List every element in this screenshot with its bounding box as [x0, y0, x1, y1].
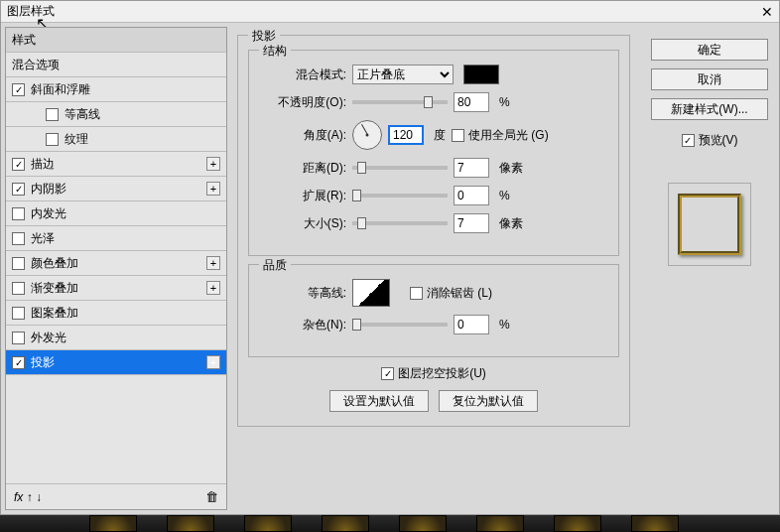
close-icon[interactable]: ✕ — [761, 4, 773, 20]
checkbox-icon[interactable] — [12, 183, 25, 196]
layer-style-dialog: 图层样式 ✕ ↖ 样式 混合选项 斜面和浮雕 等高线 纹理 — [0, 0, 780, 515]
checkbox-icon[interactable] — [12, 207, 25, 220]
taskbar-item[interactable] — [322, 515, 369, 532]
blend-mode-select[interactable]: 正片叠底 — [352, 65, 454, 84]
dialog-title: 图层样式 — [7, 3, 55, 20]
taskbar-item[interactable] — [476, 515, 524, 532]
list-item[interactable]: 外发光 — [6, 326, 226, 350]
checkbox-icon[interactable] — [12, 158, 25, 171]
size-row: 大小(S): 像素 — [261, 213, 606, 233]
list-item[interactable]: 描边 + — [6, 152, 226, 177]
list-item-label: 光泽 — [31, 230, 55, 247]
opacity-input[interactable] — [454, 92, 489, 112]
dialog-content: 样式 混合选项 斜面和浮雕 等高线 纹理 描边 + — [1, 23, 779, 514]
list-item[interactable]: 斜面和浮雕 — [6, 77, 226, 102]
taskbar-item[interactable] — [89, 515, 137, 532]
list-item[interactable]: 等高线 — [6, 102, 226, 127]
trash-icon[interactable]: 🗑 — [205, 489, 218, 504]
arrow-down-icon[interactable]: ↓ — [36, 490, 42, 504]
list-item[interactable]: 颜色叠加 + — [6, 251, 226, 276]
add-effect-icon[interactable]: + — [206, 355, 220, 369]
anti-alias-checkbox[interactable]: 消除锯齿 (L) — [410, 285, 492, 302]
size-input[interactable] — [454, 213, 489, 233]
default-buttons: 设置为默认值 复位为默认值 — [248, 390, 619, 412]
shadow-color-swatch[interactable] — [463, 65, 499, 84]
set-default-button[interactable]: 设置为默认值 — [329, 390, 429, 412]
add-effect-icon[interactable]: + — [206, 182, 220, 196]
knockout-checkbox[interactable]: 图层挖空投影(U) — [381, 365, 486, 382]
angle-row: 角度(A): 度 使用全局光 (G) — [261, 120, 606, 150]
preview-thumbnail — [668, 183, 751, 266]
size-slider[interactable] — [352, 221, 448, 225]
fx-label[interactable]: fx — [14, 490, 23, 504]
taskbar-item[interactable] — [399, 515, 447, 532]
ok-button[interactable]: 确定 — [651, 39, 768, 61]
spread-input[interactable] — [454, 186, 489, 205]
angle-dial[interactable] — [352, 120, 382, 150]
cancel-button[interactable]: 取消 — [651, 68, 768, 90]
checkbox-icon[interactable] — [12, 232, 25, 245]
list-item[interactable]: 内发光 — [6, 201, 226, 226]
add-effect-icon[interactable]: + — [206, 256, 220, 270]
knockout-label: 图层挖空投影(U) — [398, 365, 486, 382]
contour-row: 等高线: 消除锯齿 (L) — [261, 279, 606, 307]
noise-row: 杂色(N): % — [261, 315, 606, 334]
taskbar-item[interactable] — [631, 515, 679, 532]
add-effect-icon[interactable]: + — [206, 157, 220, 171]
list-item[interactable]: 内阴影 + — [6, 177, 226, 201]
distance-label: 距离(D): — [261, 160, 346, 177]
taskbar-item[interactable] — [167, 515, 214, 532]
checkbox-icon[interactable] — [12, 332, 25, 344]
checkbox-icon[interactable] — [12, 307, 25, 320]
styles-header[interactable]: 样式 — [6, 28, 226, 53]
checkbox-icon[interactable] — [46, 133, 59, 146]
checkbox-icon[interactable] — [12, 282, 25, 295]
contour-picker[interactable] — [352, 279, 390, 307]
list-item-selected[interactable]: 投影 + — [6, 350, 226, 375]
angle-input[interactable] — [388, 125, 424, 145]
titlebar: 图层样式 ✕ — [1, 1, 779, 23]
list-item-label: 内阴影 — [31, 181, 66, 198]
noise-input[interactable] — [454, 315, 489, 334]
distance-input[interactable] — [454, 158, 489, 178]
list-item[interactable]: 光泽 — [6, 226, 226, 251]
add-effect-icon[interactable]: + — [206, 281, 220, 295]
knockout-row: 图层挖空投影(U) — [248, 365, 619, 382]
checkbox-icon[interactable] — [12, 257, 25, 270]
new-style-button[interactable]: 新建样式(W)... — [651, 98, 768, 120]
global-light-checkbox[interactable]: 使用全局光 (G) — [452, 127, 549, 144]
noise-slider[interactable] — [352, 323, 448, 327]
styles-panel: 样式 混合选项 斜面和浮雕 等高线 纹理 描边 + — [5, 27, 227, 510]
spread-row: 扩展(R): % — [261, 186, 606, 205]
taskbar-item[interactable] — [244, 515, 292, 532]
blending-options[interactable]: 混合选项 — [6, 53, 226, 77]
reset-default-button[interactable]: 复位为默认值 — [439, 390, 538, 412]
global-light-label: 使用全局光 (G) — [468, 127, 549, 144]
structure-group: 结构 混合模式: 正片叠底 不透明度(O): % 角度(A): — [248, 50, 619, 256]
arrow-up-icon[interactable]: ↑ — [27, 490, 33, 504]
distance-unit: 像素 — [499, 160, 523, 177]
checkbox-icon[interactable] — [12, 83, 25, 96]
distance-slider[interactable] — [352, 166, 448, 170]
list-item-label: 纹理 — [65, 131, 88, 148]
spread-slider[interactable] — [352, 194, 448, 198]
blending-options-label: 混合选项 — [12, 57, 60, 73]
checkbox-icon[interactable] — [46, 108, 59, 121]
spread-unit: % — [499, 189, 510, 202]
opacity-row: 不透明度(O): % — [261, 92, 606, 112]
preview-checkbox[interactable]: ✓预览(V) — [682, 132, 738, 149]
anti-alias-label: 消除锯齿 (L) — [427, 285, 492, 302]
styles-list: 样式 混合选项 斜面和浮雕 等高线 纹理 描边 + — [6, 28, 226, 483]
styles-footer: fx ↑ ↓ 🗑 — [6, 483, 226, 509]
list-item-label: 颜色叠加 — [31, 255, 78, 272]
angle-label: 角度(A): — [261, 127, 346, 144]
list-item[interactable]: 纹理 — [6, 127, 226, 152]
list-item[interactable]: 渐变叠加 + — [6, 276, 226, 301]
checkbox-icon[interactable] — [12, 356, 25, 369]
list-item-label: 图案叠加 — [31, 305, 78, 322]
size-unit: 像素 — [499, 215, 523, 232]
opacity-slider[interactable] — [352, 100, 448, 104]
list-item-label: 渐变叠加 — [31, 280, 78, 297]
taskbar-item[interactable] — [554, 515, 601, 532]
list-item[interactable]: 图案叠加 — [6, 301, 226, 326]
